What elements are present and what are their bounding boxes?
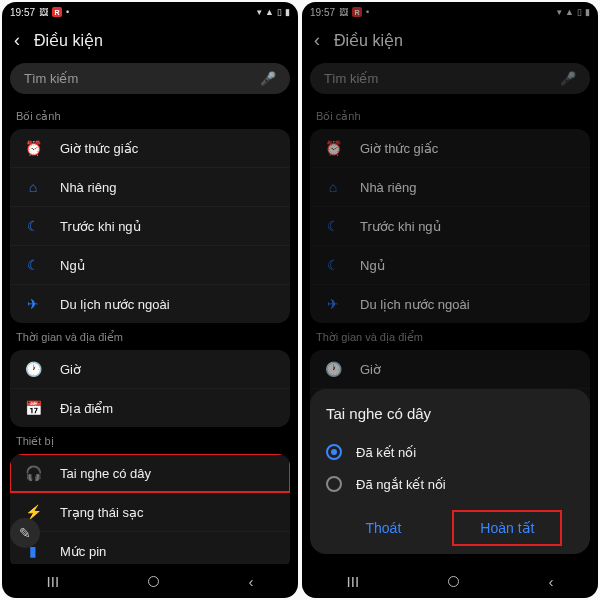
image-icon: 🖼: [339, 7, 348, 17]
section-context: Bối cảnh: [310, 102, 590, 129]
clock-icon: 🕐: [22, 361, 44, 377]
record-icon: R: [52, 7, 62, 17]
phone-right: 19:57 🖼 R • ▾ ▲ ▯ ▮ ‹ Điều kiện Tìm kiếm…: [302, 2, 598, 598]
section-device: Thiết bị: [10, 427, 290, 454]
moon-icon: ☾: [22, 257, 44, 273]
row-travel[interactable]: ✈Du lịch nước ngoài: [10, 284, 290, 323]
plane-icon: ✈: [322, 296, 344, 312]
phone-left: 19:57 🖼 R • ▾ ▲ ▯ ▮ ‹ Điều kiện Tìm kiếm…: [2, 2, 298, 598]
nav-home[interactable]: [132, 572, 175, 591]
moon-icon: ☾: [22, 218, 44, 234]
row-travel[interactable]: ✈Du lịch nước ngoài: [310, 284, 590, 323]
signal-icon: ▯: [577, 7, 582, 17]
mic-icon[interactable]: 🎤: [260, 71, 276, 86]
navbar: III ‹: [2, 564, 298, 598]
row-headphone[interactable]: 🎧Tai nghe có dây: [10, 454, 290, 492]
radio-icon: [326, 444, 342, 460]
row-time[interactable]: 🕐Giờ: [310, 350, 590, 388]
row-home[interactable]: ⌂Nhà riêng: [310, 167, 590, 206]
radio-icon: [326, 476, 342, 492]
edit-fab[interactable]: ✎: [10, 518, 40, 548]
dot-icon: •: [366, 7, 369, 17]
calendar-icon: 📅: [22, 400, 44, 416]
wifi-icon: ▲: [265, 7, 274, 17]
section-time-loc: Thời gian và địa điểm: [310, 323, 590, 350]
mic-icon[interactable]: 🎤: [560, 71, 576, 86]
group-device: 🎧Tai nghe có dây ⚡Trạng thái sạc ▮Mức pi…: [10, 454, 290, 564]
headphone-icon: 🎧: [22, 465, 44, 481]
status-bar: 19:57 🖼 R • ▾ ▲ ▯ ▮: [302, 2, 598, 22]
vowifi-icon: ▾: [557, 7, 562, 17]
header: ‹ Điều kiện: [302, 22, 598, 59]
status-bar: 19:57 🖼 R • ▾ ▲ ▯ ▮: [2, 2, 298, 22]
vowifi-icon: ▾: [257, 7, 262, 17]
row-sleep[interactable]: ☾Ngủ: [310, 245, 590, 284]
row-charging[interactable]: ⚡Trạng thái sạc: [10, 492, 290, 531]
home-icon: ⌂: [322, 179, 344, 195]
group-context: ⏰Giờ thức giấc ⌂Nhà riêng ☾Trước khi ngủ…: [310, 129, 590, 323]
record-icon: R: [352, 7, 362, 17]
image-icon: 🖼: [39, 7, 48, 17]
nav-home[interactable]: [432, 572, 475, 591]
nav-back[interactable]: ‹: [532, 569, 569, 594]
row-wake[interactable]: ⏰Giờ thức giấc: [310, 129, 590, 167]
row-sleep[interactable]: ☾Ngủ: [10, 245, 290, 284]
section-time-loc: Thời gian và địa điểm: [10, 323, 290, 350]
back-icon[interactable]: ‹: [314, 30, 320, 51]
battery-icon: ▮: [285, 7, 290, 17]
page-title: Điều kiện: [334, 31, 403, 50]
radio-connected[interactable]: Đã kết nối: [326, 436, 574, 468]
back-icon[interactable]: ‹: [14, 30, 20, 51]
navbar: III ‹: [302, 564, 598, 598]
search-input[interactable]: Tìm kiếm 🎤: [310, 63, 590, 94]
moon-icon: ☾: [322, 257, 344, 273]
alarm-icon: ⏰: [322, 140, 344, 156]
popup-actions: Thoát Hoàn tất: [326, 510, 574, 546]
row-home[interactable]: ⌂Nhà riêng: [10, 167, 290, 206]
group-context: ⏰Giờ thức giấc ⌂Nhà riêng ☾Trước khi ngủ…: [10, 129, 290, 323]
search-input[interactable]: Tìm kiếm 🎤: [10, 63, 290, 94]
battery-icon: ▮: [585, 7, 590, 17]
radio-disconnected[interactable]: Đã ngắt kết nối: [326, 468, 574, 500]
nav-recent[interactable]: III: [31, 569, 76, 594]
row-before-sleep[interactable]: ☾Trước khi ngủ: [10, 206, 290, 245]
header: ‹ Điều kiện: [2, 22, 298, 59]
content: Bối cảnh ⏰Giờ thức giấc ⌂Nhà riêng ☾Trướ…: [2, 102, 298, 564]
nav-recent[interactable]: III: [331, 569, 376, 594]
dot-icon: •: [66, 7, 69, 17]
signal-icon: ▯: [277, 7, 282, 17]
group-time-loc: 🕐Giờ 📅Địa điểm: [10, 350, 290, 427]
row-before-sleep[interactable]: ☾Trước khi ngủ: [310, 206, 590, 245]
status-time: 19:57: [310, 7, 335, 18]
alarm-icon: ⏰: [22, 140, 44, 156]
plane-icon: ✈: [22, 296, 44, 312]
search-placeholder: Tìm kiếm: [324, 71, 378, 86]
moon-icon: ☾: [322, 218, 344, 234]
wifi-icon: ▲: [565, 7, 574, 17]
status-time: 19:57: [10, 7, 35, 18]
clock-icon: 🕐: [322, 361, 344, 377]
row-battery[interactable]: ▮Mức pin: [10, 531, 290, 564]
search-placeholder: Tìm kiếm: [24, 71, 78, 86]
row-location[interactable]: 📅Địa điểm: [10, 388, 290, 427]
popup-title: Tai nghe có dây: [326, 405, 574, 422]
nav-back[interactable]: ‹: [232, 569, 269, 594]
done-button[interactable]: Hoàn tất: [452, 510, 562, 546]
section-context: Bối cảnh: [10, 102, 290, 129]
row-wake[interactable]: ⏰Giờ thức giấc: [10, 129, 290, 167]
exit-button[interactable]: Thoát: [338, 510, 430, 546]
row-time[interactable]: 🕐Giờ: [10, 350, 290, 388]
home-icon: ⌂: [22, 179, 44, 195]
popup-headphone: Tai nghe có dây Đã kết nối Đã ngắt kết n…: [310, 389, 590, 554]
page-title: Điều kiện: [34, 31, 103, 50]
